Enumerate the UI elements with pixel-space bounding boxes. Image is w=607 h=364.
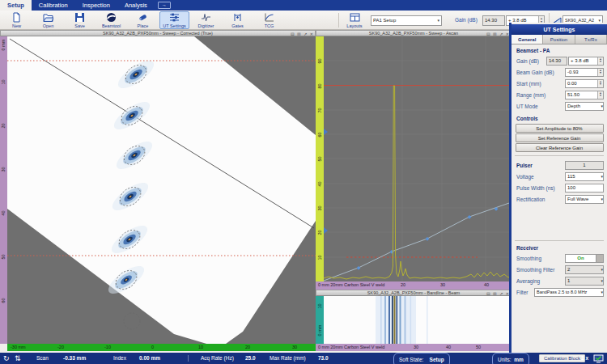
place-button[interactable]: Place <box>128 11 158 29</box>
pulse-width-row: Pulse Width (ns) 100 <box>511 182 607 193</box>
beam-gain-input[interactable]: -0.93▲▼ <box>565 68 604 77</box>
filter-select[interactable]: BandPass 2.5 to 8.0 MHz▾ <box>534 288 604 297</box>
rectification-row: Rectification Full Wave▾ <box>511 193 607 205</box>
tcg-button[interactable]: TCG <box>254 11 284 29</box>
tcg-curve-icon <box>264 12 274 23</box>
menu-inspection[interactable]: Inspection <box>75 0 117 11</box>
material-label: 0 mm 20mm Carbon Steel V weld <box>318 345 384 349</box>
set-reference-gain-button[interactable]: Set Reference Gain <box>516 133 604 142</box>
new-file-icon <box>11 12 22 23</box>
digitizer-button[interactable]: Digitizer <box>191 11 221 29</box>
clear-reference-gain-button[interactable]: Clear Reference Gain <box>516 143 604 152</box>
view-controls-icons[interactable]: ▤ ▥ ↗ ✕ <box>291 31 314 36</box>
acq-rate-label: Acq Rate (Hz) <box>201 353 234 364</box>
calibration-block-button[interactable]: Calibration Block <box>539 354 585 362</box>
new-button[interactable]: New <box>2 11 32 29</box>
chevron-down-icon: ▾ <box>435 16 439 25</box>
axis-label: -30 mm <box>11 345 26 349</box>
filter-label: Filter <box>516 290 528 295</box>
strip-scan-ruler[interactable]: 10 0 mm <box>316 296 324 344</box>
tab-general[interactable]: General <box>511 35 543 44</box>
start-row: Start (mm) 0.00▲▼ <box>511 78 607 89</box>
gain-offset-field[interactable]: + 3.8 dB▲▼ <box>568 57 604 66</box>
open-button[interactable]: Open <box>33 11 63 29</box>
ascan-view-title: SK90_A32_A2B_PXF50mm - Sweep - Ascan <box>369 31 458 36</box>
ascan-depth-ruler[interactable]: 0 mm 20mm Carbon Steel V weld 20 30 40 <box>316 281 511 290</box>
axis-label: 10 <box>0 73 7 92</box>
layouts-button[interactable]: Layouts <box>341 11 368 29</box>
save-button[interactable]: Save <box>65 11 95 29</box>
view-controls-icons[interactable]: ▤ ▥ ↗ ✕ <box>486 31 510 36</box>
pulser-heading: Pulser <box>516 163 533 168</box>
toggle-handle[interactable] <box>596 255 603 262</box>
refresh-icon[interactable]: ↻ <box>3 353 10 364</box>
ascan-view-header[interactable]: SK90_A32_A2B_PXF50mm - Sweep - Ascan ▤ ▥… <box>316 30 511 36</box>
sscan-depth-ruler[interactable]: 0 mm 10 20 30 40 50 60 <box>0 36 7 344</box>
layout-select[interactable]: PA1 Setup ▾ <box>371 15 442 26</box>
strip-view-header[interactable]: SK90_A32_A2B_PXF50mm - Bandline - Beam ▤… <box>316 290 511 296</box>
monitor-check-icon[interactable] <box>593 354 604 363</box>
ascan-plot[interactable] <box>324 36 511 281</box>
voltage-row: Voltage 115▾ <box>511 171 607 182</box>
axis-label: 50 <box>316 150 324 169</box>
tab-txrx[interactable]: Tx/Rx <box>575 35 607 44</box>
axis-label: 20 <box>316 223 324 243</box>
spacer <box>511 205 607 237</box>
gain-label: Gain (dB) <box>455 17 478 23</box>
spinner[interactable]: ▲▼ <box>597 57 603 65</box>
averaging-select[interactable]: 1▾ <box>565 277 604 286</box>
range-input[interactable]: 51.50▲▼ <box>565 91 604 99</box>
sscan-plot[interactable] <box>7 36 316 344</box>
axis-label: 10 <box>316 297 324 316</box>
axis-label: 40 <box>0 204 7 223</box>
scan-value: -0.33 mm <box>63 353 86 364</box>
strip-plot[interactable] <box>324 296 511 344</box>
beamset-heading: Beamset - PA <box>511 44 607 55</box>
start-input[interactable]: 0.00▲▼ <box>565 79 604 88</box>
gain-value-box: 14.30 <box>482 15 505 26</box>
ut-mode-select[interactable]: Depth▾ <box>565 102 604 111</box>
pulse-width-input[interactable]: 100 <box>565 184 604 193</box>
voltage-select[interactable]: 115▾ <box>565 172 604 181</box>
axis-label: 20 <box>0 116 7 136</box>
toolbar-separator <box>338 13 339 28</box>
rectification-select[interactable]: Full Wave▾ <box>565 195 604 204</box>
menu-analysis[interactable]: Analysis <box>117 0 155 11</box>
menu-setup[interactable]: Setup <box>0 0 32 11</box>
sscan-scan-ruler[interactable]: -30 mm -20 -10 0 10 20 30 <box>7 344 316 351</box>
spinner[interactable]: ▲▼ <box>597 80 603 87</box>
chevron-down-icon: ▾ <box>599 197 603 201</box>
set-amplitude-button[interactable]: Set Amplitude to 80% <box>516 124 604 133</box>
axis-label: 40 <box>484 282 489 287</box>
axis-label: 30 <box>414 345 418 349</box>
scan-label: Scan <box>36 353 49 364</box>
tab-position[interactable]: Position <box>543 35 575 44</box>
sscan-view-header[interactable]: SK90_A32_A2B_PXF50mm - Sweep - Corrected… <box>0 30 316 36</box>
gain-value: 14.30 <box>485 16 497 25</box>
layout-select-value: PA1 Setup <box>373 16 396 25</box>
ascan-amplitude-ruler[interactable]: 90 80 70 60 50 40 30 20 10 <box>316 36 324 281</box>
gates-button[interactable]: Gates <box>223 11 253 29</box>
beamtool-icon <box>106 12 117 23</box>
beam-cursor[interactable] <box>394 296 396 344</box>
ut-mode-row: UT Mode Depth▾ <box>511 100 607 112</box>
divider <box>515 155 604 156</box>
probe-place-icon <box>138 12 148 23</box>
view-controls-icons[interactable]: ▤ ▥ ↗ ✕ <box>486 290 510 296</box>
panel-tabs: General Position Tx/Rx <box>511 35 607 44</box>
levels-icon[interactable]: ⇅ <box>15 353 21 364</box>
smoothing-toggle[interactable]: On <box>565 254 604 263</box>
ut-settings-button[interactable]: UT Settings <box>159 11 189 29</box>
smoothing-filter-label: Smoothing Filter <box>516 267 554 273</box>
layouts-button-label: Layouts <box>346 23 362 28</box>
smoothing-filter-select[interactable]: 2▾ <box>565 265 604 274</box>
beamtool-button[interactable]: Beamtool <box>96 11 126 29</box>
open-button-label: Open <box>43 23 53 28</box>
spinner[interactable]: ▲▼ <box>597 91 603 99</box>
menu-calibration[interactable]: Calibration <box>32 0 75 11</box>
axis-label: 20 <box>245 345 250 349</box>
menu-overflow-icon[interactable]: → <box>158 2 171 9</box>
spinner[interactable]: ▲▼ <box>597 69 603 76</box>
strip-depth-ruler[interactable]: 0 mm 20mm Carbon Steel V weld 30 40 50 <box>316 344 511 351</box>
beamtool-button-label: Beamtool <box>102 23 121 28</box>
